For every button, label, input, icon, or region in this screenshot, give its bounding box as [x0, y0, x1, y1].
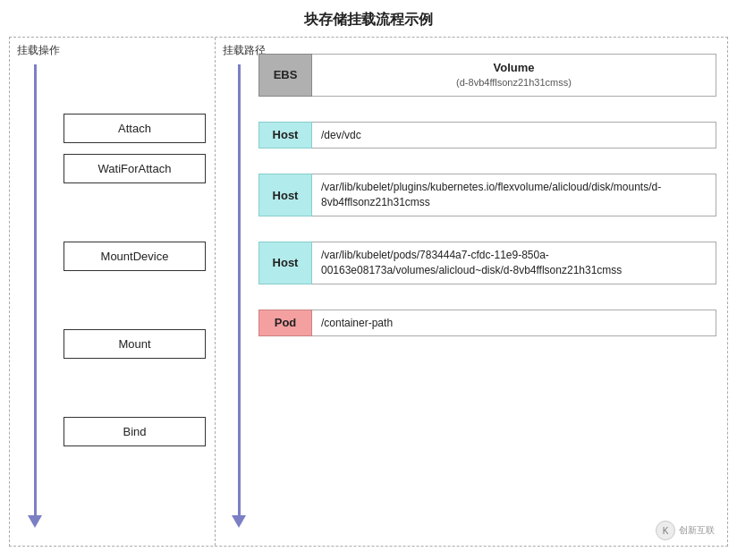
- path-label-pod: Pod: [258, 310, 312, 337]
- path-value-host-kubelet: /var/lib/kubelet/plugins/kubernetes.io/f…: [312, 174, 716, 216]
- path-label-host-kubelet: Host: [258, 174, 312, 216]
- path-items: EBS Volume (d-8vb4fflsonz21h31cmss) Host…: [258, 54, 716, 351]
- path-row-pod: Pod /container-path: [258, 310, 716, 337]
- ebs-vol-title: Volume: [494, 60, 535, 76]
- path-arrow-head: [232, 515, 246, 528]
- path-row-host-kubelet: Host /var/lib/kubelet/plugins/kubernetes…: [258, 174, 716, 216]
- path-label-host-pods: Host: [258, 242, 312, 284]
- path-label-ebs: EBS: [258, 54, 312, 97]
- arrow-line: [34, 64, 37, 515]
- right-panel: 挂载路径 EBS Volume (d-8vb4fflsonz21h31cmss)…: [216, 38, 727, 546]
- watermark-text: 创新互联: [679, 524, 715, 537]
- left-panel: 挂载操作 Attach WatiForAttach MountDevice Mo…: [10, 38, 216, 546]
- operations-list: Attach WatiForAttach MountDevice Mount B…: [64, 64, 206, 455]
- path-value-host-pods: /var/lib/kubelet/pods/783444a7-cfdc-11e9…: [312, 242, 716, 284]
- path-arrow-line: [238, 64, 241, 515]
- arrow-column: [28, 64, 42, 528]
- path-arrow-column: [232, 64, 246, 528]
- path-label-host-dev: Host: [258, 122, 312, 149]
- main-container: 挂载操作 Attach WatiForAttach MountDevice Mo…: [9, 37, 728, 547]
- op-waitforattach: WatiForAttach: [64, 154, 206, 183]
- op-bind: Bind: [64, 417, 206, 446]
- watermark: K 创新互联: [656, 521, 715, 540]
- path-row-host-pods: Host /var/lib/kubelet/pods/783444a7-cfdc…: [258, 242, 716, 284]
- path-row-ebs: EBS Volume (d-8vb4fflsonz21h31cmss): [258, 54, 716, 97]
- watermark-circle: K: [656, 521, 675, 540]
- path-row-host-dev: Host /dev/vdc: [258, 122, 716, 149]
- left-panel-header: 挂载操作: [10, 38, 215, 64]
- op-mount: Mount: [64, 329, 206, 359]
- op-mountdevice: MountDevice: [64, 242, 206, 271]
- path-value-host-dev: /dev/vdc: [312, 122, 716, 149]
- path-value-ebs: Volume (d-8vb4fflsonz21h31cmss): [312, 54, 716, 97]
- op-attach: Attach: [64, 114, 206, 143]
- arrow-head-down: [28, 515, 42, 528]
- ebs-vol-sub: (d-8vb4fflsonz21h31cmss): [456, 76, 572, 89]
- path-value-pod: /container-path: [312, 310, 716, 337]
- page-title: 块存储挂载流程示例: [0, 0, 737, 37]
